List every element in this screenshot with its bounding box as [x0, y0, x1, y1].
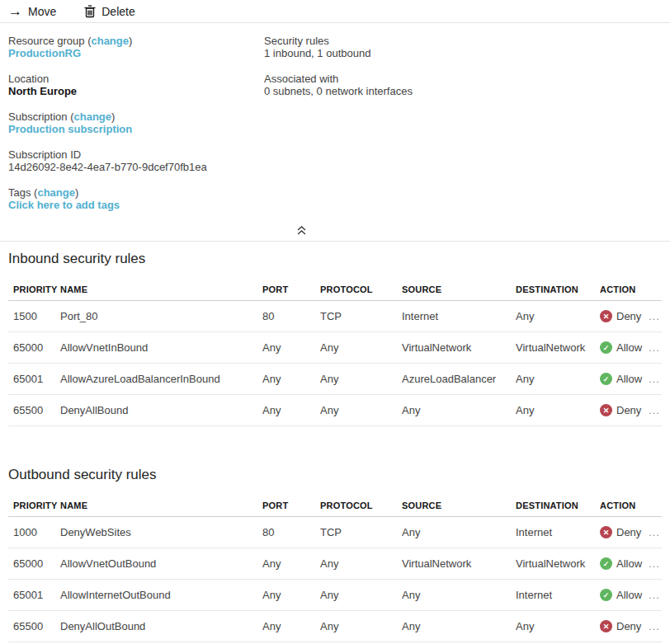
source-cell: Any: [402, 589, 516, 601]
subscription-change-link[interactable]: change: [74, 110, 112, 123]
source-cell: AzureLoadBalancer: [402, 373, 516, 385]
protocol-cell: TCP: [320, 310, 402, 322]
row-context-menu[interactable]: ...: [647, 310, 662, 322]
port-cell: Any: [262, 620, 320, 632]
x-circle-icon: ✕: [600, 310, 612, 322]
action-cell: ✕Deny: [600, 404, 647, 416]
row-context-menu[interactable]: ...: [647, 404, 662, 416]
name-cell: AllowVnetInBound: [60, 341, 262, 354]
x-circle-icon: ✕: [600, 526, 612, 538]
source-cell: Internet: [402, 310, 516, 322]
table-row[interactable]: 65500DenyAllBoundAnyAnyAnyAny✕Deny...: [8, 395, 662, 426]
action-label: Deny: [616, 526, 641, 538]
table-row[interactable]: 65500DenyAllOutBoundAnyAnyAnyAny✕Deny...: [8, 611, 662, 642]
row-context-menu[interactable]: ...: [647, 589, 662, 601]
arrow-right-icon: →: [8, 4, 22, 18]
subscription-value-link[interactable]: Production subscription: [8, 123, 132, 135]
add-tags-link[interactable]: Click here to add tags: [8, 199, 120, 211]
priority-cell: 1500: [13, 310, 60, 322]
priority-cell: 65000: [13, 341, 60, 354]
security-rules-label: Security rules: [264, 35, 578, 47]
x-circle-icon: ✕: [600, 404, 612, 416]
column-header-protocol: PROTOCOL: [320, 501, 402, 510]
field-subscription: Subscription (change) Production subscri…: [8, 110, 264, 135]
subscription-id-value: 14d26092-8e42-4ea7-b770-9dcef70fb1ea: [8, 161, 264, 173]
column-header-destination: DESTINATION: [516, 501, 600, 510]
toolbar: → Move Delete: [0, 0, 670, 23]
source-cell: VirtualNetwork: [402, 341, 516, 354]
source-cell: Any: [402, 526, 516, 538]
action-cell: ✓Allow: [600, 373, 647, 385]
source-cell: Any: [402, 620, 516, 632]
action-label: Deny: [616, 310, 641, 322]
source-cell: Any: [402, 404, 516, 416]
action-cell: ✓Allow: [600, 589, 647, 601]
port-cell: Any: [262, 557, 320, 570]
field-security-rules: Security rules 1 inbound, 1 outbound: [264, 35, 578, 59]
action-label: Allow: [616, 557, 642, 570]
tags-change-link[interactable]: change: [37, 186, 75, 199]
table-row[interactable]: 65000AllowVnetInBoundAnyAnyVirtualNetwor…: [8, 332, 662, 364]
check-circle-icon: ✓: [600, 589, 612, 601]
security-rules-value: 1 inbound, 1 outbound: [264, 47, 578, 59]
subscription-id-label: Subscription ID: [8, 148, 264, 161]
column-header-protocol: PROTOCOL: [320, 284, 402, 294]
protocol-cell: Any: [320, 557, 402, 570]
port-cell: Any: [262, 373, 320, 385]
check-circle-icon: ✓: [600, 557, 612, 570]
action-label: Allow: [616, 589, 642, 601]
destination-cell: Internet: [516, 589, 600, 601]
destination-cell: Any: [516, 310, 600, 322]
column-header-source: SOURCE: [402, 284, 516, 294]
column-header-action: ACTION: [600, 501, 647, 510]
protocol-cell: Any: [320, 620, 402, 632]
field-associated-with: Associated with 0 subnets, 0 network int…: [264, 73, 578, 97]
column-header-port: PORT: [262, 284, 320, 294]
row-context-menu[interactable]: ...: [647, 526, 662, 538]
row-context-menu[interactable]: ...: [647, 557, 662, 570]
resource-group-value-link[interactable]: ProductionRG: [8, 47, 81, 59]
protocol-cell: Any: [320, 341, 402, 354]
row-context-menu[interactable]: ...: [647, 341, 662, 354]
check-circle-icon: ✓: [600, 341, 612, 354]
priority-cell: 65500: [13, 620, 60, 632]
resource-group-change-link[interactable]: change: [91, 35, 129, 47]
row-context-menu[interactable]: ...: [647, 620, 662, 632]
port-cell: 80: [262, 310, 320, 322]
port-cell: Any: [262, 589, 320, 601]
action-cell: ✕Deny: [600, 526, 647, 538]
table-header-row: PRIORITYNAMEPORTPROTOCOLSOURCEDESTINATIO…: [8, 494, 662, 517]
action-cell: ✓Allow: [600, 341, 647, 354]
location-label: Location: [8, 73, 264, 85]
table-row[interactable]: 65001AllowAzureLoadBalancerInBoundAnyAny…: [8, 364, 662, 395]
outbound-rules-title: Outbound security rules: [8, 467, 662, 483]
table-row[interactable]: 65000AllowVnetOutBoundAnyAnyVirtualNetwo…: [8, 548, 662, 580]
column-header-port: PORT: [262, 501, 320, 510]
move-button-label: Move: [28, 5, 56, 18]
name-cell: AllowVnetOutBound: [60, 557, 262, 570]
delete-button-label: Delete: [101, 5, 134, 18]
priority-cell: 65001: [13, 589, 60, 601]
table-row[interactable]: 65001AllowInternetOutBoundAnyAnyAnyInter…: [8, 580, 662, 611]
row-context-menu[interactable]: ...: [647, 373, 662, 385]
name-cell: AllowInternetOutBound: [60, 589, 262, 601]
table-row[interactable]: 1500Port_8080TCPInternetAny✕Deny...: [8, 301, 662, 332]
column-header-action: ACTION: [600, 284, 647, 294]
table-row[interactable]: 1000DenyWebSites80TCPAnyInternet✕Deny...: [8, 517, 662, 548]
field-location: Location North Europe: [8, 73, 264, 97]
name-cell: DenyWebSites: [60, 526, 262, 538]
associated-with-value: 0 subnets, 0 network interfaces: [264, 85, 578, 97]
column-header-name: NAME: [60, 501, 262, 510]
name-cell: Port_80: [60, 310, 262, 322]
column-header-name: NAME: [60, 284, 262, 294]
move-button[interactable]: → Move: [8, 4, 56, 18]
column-header-priority: PRIORITY: [13, 501, 60, 510]
location-value: North Europe: [8, 85, 264, 97]
trash-icon: [84, 5, 96, 18]
action-label: Allow: [616, 373, 642, 385]
action-cell: ✓Allow: [600, 557, 647, 570]
delete-button[interactable]: Delete: [84, 5, 134, 18]
priority-cell: 1000: [13, 526, 60, 538]
collapse-essentials-button[interactable]: [296, 225, 307, 236]
priority-cell: 65500: [13, 404, 60, 416]
